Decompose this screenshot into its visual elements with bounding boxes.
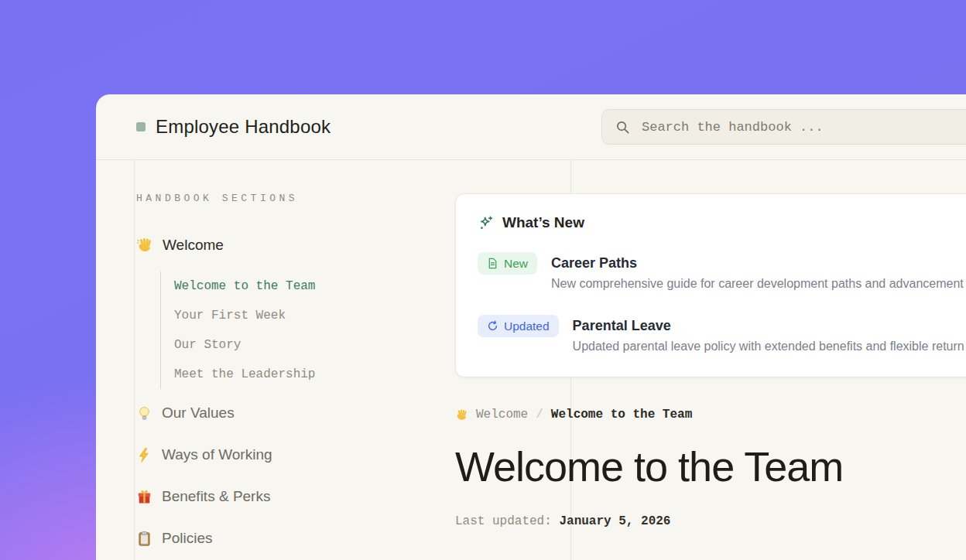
sidebar-item-label: Ways of Working: [162, 446, 272, 463]
whats-new-item-title: Career Paths: [551, 252, 964, 275]
last-updated-label: Last updated:: [455, 514, 552, 528]
sidebar-sections-list: Our Values Ways of Working: [136, 392, 384, 559]
breadcrumb-separator: /: [536, 408, 543, 422]
badge-label: Updated: [504, 319, 550, 333]
lightning-bolt-icon: [136, 447, 152, 463]
sidebar-item-label: Benefits & Perks: [162, 488, 270, 505]
sidebar-section-label: HANDBOOK SECTIONS: [136, 193, 298, 204]
sidebar-item-label: Our Values: [162, 405, 235, 422]
subnav-item-welcome-to-the-team[interactable]: Welcome to the Team: [161, 271, 393, 301]
sidebar-item-label: Welcome: [163, 237, 224, 254]
whats-new-title: What’s New: [502, 214, 584, 231]
whats-new-item-parental-leave[interactable]: Updated Parental Leave Updated parental …: [478, 315, 966, 353]
waving-hand-icon: [455, 408, 468, 422]
whats-new-header: What’s New: [478, 214, 966, 231]
whats-new-item-description: Updated parental leave policy with exten…: [573, 340, 964, 353]
whats-new-item-title: Parental Leave: [573, 315, 964, 337]
whats-new-item-text: Parental Leave Updated parental leave po…: [573, 315, 964, 353]
sidebar-item-policies[interactable]: Policies: [136, 517, 384, 559]
waving-hand-icon: [136, 237, 153, 254]
search-icon: [615, 120, 630, 135]
app-header: Employee Handbook: [96, 94, 966, 160]
last-updated: Last updated: January 5, 2026: [455, 514, 670, 528]
clipboard-icon: [136, 531, 152, 547]
sparkle-icon: [478, 215, 494, 231]
brand-mark-icon: [136, 122, 146, 131]
subnav-item-your-first-week[interactable]: Your First Week: [161, 301, 393, 330]
subnav-item-meet-the-leadership[interactable]: Meet the Leadership: [161, 360, 393, 389]
grid-rule-left: [134, 160, 135, 560]
document-icon: [487, 258, 498, 269]
page-body: HANDBOOK SECTIONS: [96, 160, 966, 560]
last-updated-value: January 5, 2026: [559, 514, 670, 528]
lightbulb-icon: [136, 405, 152, 422]
sidebar-item-ways-of-working[interactable]: Ways of Working: [136, 434, 384, 476]
whats-new-item-text: Career Paths New comprehensive guide for…: [551, 252, 964, 291]
breadcrumb-section[interactable]: Welcome: [476, 408, 528, 422]
sidebar-item-our-values[interactable]: Our Values: [136, 392, 384, 434]
subnav-item-our-story[interactable]: Our Story: [161, 330, 393, 360]
search-input[interactable]: [640, 119, 966, 135]
handbook-app-window: Employee Handbook HANDBOOK SECTIONS: [96, 94, 966, 560]
sidebar-item-benefits-perks[interactable]: Benefits & Perks: [136, 476, 384, 517]
updated-badge: Updated: [478, 315, 559, 337]
new-badge: New: [478, 252, 537, 275]
sidebar-subnav-welcome: Welcome to the Team Your First Week Our …: [160, 271, 393, 389]
breadcrumb-current: Welcome to the Team: [551, 408, 692, 422]
sidebar-item-label: Policies: [162, 530, 212, 547]
page-title: Welcome to the Team: [455, 442, 843, 490]
brand-name: Employee Handbook: [156, 116, 331, 138]
purple-backdrop: Employee Handbook HANDBOOK SECTIONS: [0, 0, 966, 560]
whats-new-item-description: New comprehensive guide for career devel…: [551, 277, 964, 291]
whats-new-card: What’s New New Career Paths New: [455, 193, 966, 377]
badge-label: New: [504, 257, 528, 271]
sidebar-item-welcome[interactable]: Welcome: [136, 237, 224, 254]
brand-logo[interactable]: Employee Handbook: [136, 116, 331, 138]
search-bar[interactable]: [601, 109, 966, 145]
refresh-icon: [487, 320, 498, 332]
gift-icon: [136, 489, 152, 505]
breadcrumb: Welcome / Welcome to the Team: [455, 408, 692, 422]
whats-new-item-career-paths[interactable]: New Career Paths New comprehensive guide…: [478, 252, 966, 291]
